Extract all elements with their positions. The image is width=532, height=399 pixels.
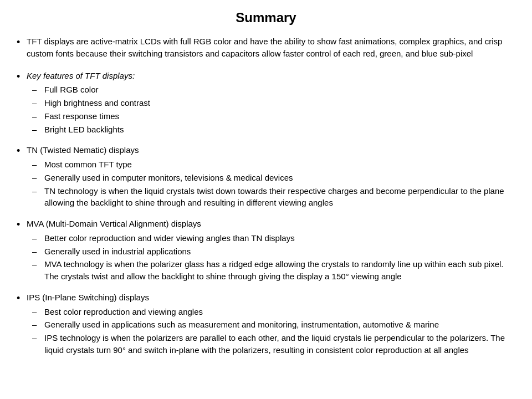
bullet-section-2: •TN (Twisted Nematic) displays–Most comm… [17,144,515,210]
sub-dash-icon-1-2: – [32,110,44,122]
sub-item-1-3: –Bright LED backlights [32,124,515,136]
bullet-body-1: Key features of TFT displays:–Full RGB c… [27,70,515,137]
content-area: •TFT displays are active-matrix LCDs wit… [17,35,515,357]
bullet-text-1: Key features of TFT displays: [27,70,515,82]
sub-item-4-1: –Generally used in applications such as … [32,319,515,331]
bullet-body-0: TFT displays are active-matrix LCDs with… [27,35,515,62]
bullet-body-4: IPS (In-Plane Switching) displays–Best c… [27,291,515,357]
sub-item-3-2: –MVA technology is when the polarizer gl… [32,258,515,283]
sub-dash-icon-1-1: – [32,97,44,109]
sub-item-1-1: –High brightness and contrast [32,97,515,109]
sub-text-4-0: Best color reproduction and viewing angl… [44,306,515,318]
sub-item-4-0: –Best color reproduction and viewing ang… [32,306,515,318]
sub-list-1: –Full RGB color–High brightness and cont… [32,84,515,135]
bullet-dot-0: • [17,35,27,49]
sub-text-1-2: Fast response times [44,110,515,122]
bullet-body-3: MVA (Multi-Domain Vertical Alignment) di… [27,218,515,284]
sub-dash-icon-3-0: – [32,232,44,244]
sub-dash-icon-2-1: – [32,172,44,184]
sub-item-2-1: –Generally used in computer monitors, te… [32,172,515,184]
sub-dash-icon-3-1: – [32,245,44,258]
sub-item-2-2: –TN technology is when the liquid crysta… [32,185,515,209]
bullet-dot-2: • [17,144,27,157]
bullet-section-1: •Key features of TFT displays:–Full RGB … [17,70,515,137]
sub-item-3-0: –Better color reproduction and wider vie… [32,232,515,244]
sub-dash-icon-4-0: – [32,306,44,318]
sub-item-3-1: –Generally used in industrial applicatio… [32,245,515,258]
sub-dash-icon-3-2: – [32,258,44,270]
sub-dash-icon-2-0: – [32,158,44,171]
page-title: Summary [17,6,515,25]
bullet-body-2: TN (Twisted Nematic) displays–Most commo… [27,144,515,210]
sub-text-4-1: Generally used in applications such as m… [44,319,515,331]
sub-list-2: –Most common TFT type–Generally used in … [32,158,515,209]
sub-text-1-1: High brightness and contrast [44,97,515,109]
sub-text-1-0: Full RGB color [44,84,515,96]
bullet-text-2: TN (Twisted Nematic) displays [27,144,515,156]
sub-list-4: –Best color reproduction and viewing ang… [32,306,515,356]
sub-item-2-0: –Most common TFT type [32,158,515,171]
bullet-section-3: •MVA (Multi-Domain Vertical Alignment) d… [17,218,515,284]
sub-text-4-2: IPS technology is when the polarizers ar… [44,332,515,356]
bullet-dot-1: • [17,70,27,83]
sub-dash-icon-2-2: – [32,185,44,197]
sub-text-1-3: Bright LED backlights [44,124,515,136]
bullet-text-3: MVA (Multi-Domain Vertical Alignment) di… [27,218,515,230]
sub-text-3-0: Better color reproduction and wider view… [44,232,515,244]
sub-item-1-0: –Full RGB color [32,84,515,96]
sub-text-3-2: MVA technology is when the polarizer gla… [44,258,515,283]
sub-item-4-2: –IPS technology is when the polarizers a… [32,332,515,356]
sub-text-2-1: Generally used in computer monitors, tel… [44,172,515,184]
sub-dash-icon-1-0: – [32,84,44,96]
sub-dash-icon-4-2: – [32,332,44,344]
sub-dash-icon-1-3: – [32,124,44,136]
bullet-section-0: •TFT displays are active-matrix LCDs wit… [17,35,515,62]
bullet-dot-3: • [17,218,27,231]
bullet-dot-4: • [17,291,27,305]
sub-text-2-2: TN technology is when the liquid crystal… [44,185,515,209]
sub-text-3-1: Generally used in industrial application… [44,245,515,258]
sub-list-3: –Better color reproduction and wider vie… [32,232,515,283]
bullet-text-4: IPS (In-Plane Switching) displays [27,291,515,304]
sub-item-1-2: –Fast response times [32,110,515,122]
sub-text-2-0: Most common TFT type [44,158,515,171]
bullet-section-4: •IPS (In-Plane Switching) displays–Best … [17,291,515,357]
bullet-text-0: TFT displays are active-matrix LCDs with… [27,35,515,60]
sub-dash-icon-4-1: – [32,319,44,331]
